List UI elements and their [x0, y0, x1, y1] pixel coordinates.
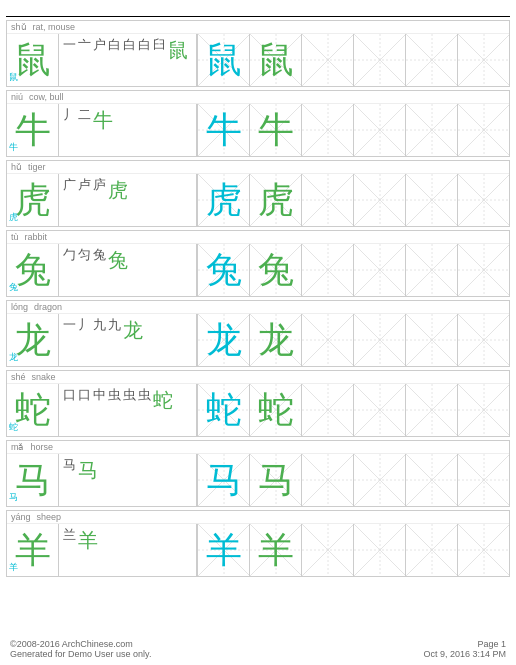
practice-char-1-0: 牛: [206, 112, 242, 148]
characters-container: shǔrat, mouse鼠鼠一亠户白白白臼鼠 鼠 鼠: [0, 20, 516, 577]
practice-char-4-1: 龙: [258, 322, 294, 358]
row-header-6: mǎhorse: [7, 441, 509, 454]
small-ref-7: 羊: [9, 561, 18, 574]
pinyin-3: tù: [11, 232, 19, 242]
stroke-char-3-1: 匀: [78, 247, 91, 273]
practice-cell-6-0: 马: [197, 454, 249, 506]
row-header-7: yángsheep: [7, 511, 509, 524]
practice-char-2-1: 虎: [258, 182, 294, 218]
row-header-4: lóngdragon: [7, 301, 509, 314]
practice-char-7-0: 羊: [206, 532, 242, 568]
character-row-6: mǎhorse马马马马 马 马: [6, 440, 510, 507]
main-char-3: 兔: [15, 252, 51, 288]
stroke-char-6-0: 马: [63, 457, 76, 483]
main-char-cell-4: 龙龙: [7, 314, 59, 366]
practice-cell-7-5: [457, 524, 509, 576]
practice-cell-2-3: [353, 174, 405, 226]
main-char-4: 龙: [15, 322, 51, 358]
practice-cell-6-3: [353, 454, 405, 506]
stroke-char-7-0: 兰: [63, 527, 76, 553]
practice-cell-0-5: [457, 34, 509, 86]
stroke-area-0: 一亠户白白白臼鼠: [59, 34, 197, 86]
practice-cell-0-0: 鼠: [197, 34, 249, 86]
practice-cell-2-2: [301, 174, 353, 226]
stroke-char-0-5: 白: [138, 37, 151, 63]
small-ref-5: 蛇: [9, 421, 18, 434]
practice-cell-7-0: 羊: [197, 524, 249, 576]
practice-cell-4-0: 龙: [197, 314, 249, 366]
character-row-2: hǔtiger虎虎广卢庐虎 虎 虎: [6, 160, 510, 227]
character-row-4: lóngdragon龙龙一丿九九龙 龙 龙: [6, 300, 510, 367]
practice-char-3-0: 兔: [206, 252, 242, 288]
stroke-char-3-0: 勹: [63, 247, 76, 273]
stroke-char-1-2: 牛: [93, 107, 113, 133]
stroke-area-4: 一丿九九龙: [59, 314, 197, 366]
stroke-char-5-2: 中: [93, 387, 106, 413]
practice-cell-2-5: [457, 174, 509, 226]
main-char-cell-6: 马马: [7, 454, 59, 506]
stroke-char-4-2: 九: [93, 317, 106, 343]
practice-cell-5-1: 蛇: [249, 384, 301, 436]
practice-cell-5-4: [405, 384, 457, 436]
stroke-char-2-3: 虎: [108, 177, 128, 203]
stroke-area-7: 兰羊: [59, 524, 197, 576]
meaning-3: rabbit: [25, 232, 48, 242]
stroke-char-4-0: 一: [63, 317, 76, 343]
meaning-1: cow, bull: [29, 92, 64, 102]
meaning-0: rat, mouse: [33, 22, 76, 32]
stroke-char-1-1: 二: [78, 107, 91, 133]
practice-char-2-0: 虎: [206, 182, 242, 218]
row-inner-6: 马马马马 马 马: [7, 454, 509, 506]
meaning-7: sheep: [37, 512, 62, 522]
small-ref-2: 虎: [9, 211, 18, 224]
practice-cell-5-0: 蛇: [197, 384, 249, 436]
row-inner-0: 鼠鼠一亠户白白白臼鼠 鼠 鼠: [7, 34, 509, 86]
row-inner-3: 兔兔勹匀兔兔 兔 兔: [7, 244, 509, 296]
stroke-char-0-7: 鼠: [168, 37, 188, 63]
practice-char-5-0: 蛇: [206, 392, 242, 428]
row-inner-1: 牛牛丿二牛 牛 牛: [7, 104, 509, 156]
pinyin-0: shǔ: [11, 22, 27, 32]
stroke-char-5-3: 虫: [108, 387, 121, 413]
small-ref-3: 兔: [9, 281, 18, 294]
practice-cell-6-2: [301, 454, 353, 506]
practice-cell-3-0: 兔: [197, 244, 249, 296]
practice-cell-4-4: [405, 314, 457, 366]
stroke-char-3-3: 兔: [108, 247, 128, 273]
practice-cell-4-5: [457, 314, 509, 366]
page-info-text: Page 1Oct 9, 2016 3:14 PM: [423, 639, 506, 659]
character-row-5: shésnake蛇蛇口口中虫虫虫蛇 蛇 蛇: [6, 370, 510, 437]
practice-cell-1-5: [457, 104, 509, 156]
pinyin-2: hǔ: [11, 162, 22, 172]
practice-cell-5-3: [353, 384, 405, 436]
main-char-cell-3: 兔兔: [7, 244, 59, 296]
stroke-char-5-1: 口: [78, 387, 91, 413]
meaning-6: horse: [31, 442, 54, 452]
practice-char-6-1: 马: [258, 462, 294, 498]
practice-cell-7-2: [301, 524, 353, 576]
practice-cell-7-3: [353, 524, 405, 576]
practice-cell-1-4: [405, 104, 457, 156]
practice-cell-1-2: [301, 104, 353, 156]
row-header-3: tùrabbit: [7, 231, 509, 244]
stroke-char-4-3: 九: [108, 317, 121, 343]
stroke-char-5-6: 蛇: [153, 387, 173, 413]
practice-cell-1-0: 牛: [197, 104, 249, 156]
name-line: [6, 10, 510, 17]
practice-char-1-1: 牛: [258, 112, 294, 148]
practice-char-4-0: 龙: [206, 322, 242, 358]
small-ref-1: 牛: [9, 141, 18, 154]
practice-cell-4-1: 龙: [249, 314, 301, 366]
pinyin-4: lóng: [11, 302, 28, 312]
main-char-cell-2: 虎虎: [7, 174, 59, 226]
stroke-area-6: 马马: [59, 454, 197, 506]
stroke-area-2: 广卢庐虎: [59, 174, 197, 226]
stroke-char-5-5: 虫: [138, 387, 151, 413]
stroke-area-5: 口口中虫虫虫蛇: [59, 384, 197, 436]
practice-char-5-1: 蛇: [258, 392, 294, 428]
stroke-char-3-2: 兔: [93, 247, 106, 273]
row-inner-5: 蛇蛇口口中虫虫虫蛇 蛇 蛇: [7, 384, 509, 436]
main-char-1: 牛: [15, 112, 51, 148]
practice-cell-0-1: 鼠: [249, 34, 301, 86]
stroke-char-6-1: 马: [78, 457, 98, 483]
